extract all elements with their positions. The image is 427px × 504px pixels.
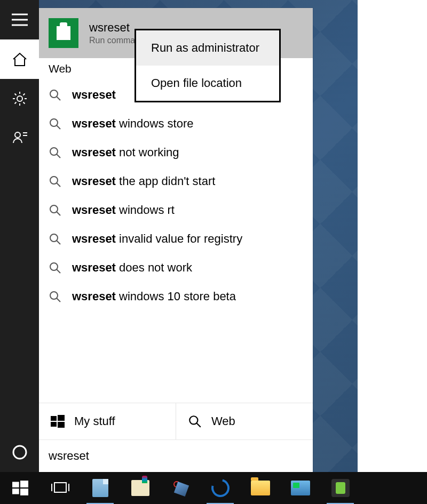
suggestion-bold: wsreset	[72, 261, 116, 274]
svg-point-6	[50, 90, 58, 98]
snipping-tool-icon	[172, 480, 188, 496]
search-icon	[188, 414, 202, 428]
taskbar-control-panel[interactable]	[280, 472, 320, 504]
page-whitespace	[358, 0, 427, 504]
suggestion-item[interactable]: wsreset does not work	[39, 253, 313, 282]
taskbar-evernote[interactable]	[320, 472, 360, 504]
svg-point-5	[13, 446, 26, 459]
folder-icon	[251, 481, 270, 495]
edge-icon	[208, 476, 232, 500]
cortana-nav-rail	[0, 0, 39, 472]
suggestion-rest: windows 10 store beta	[116, 290, 236, 303]
svg-point-12	[50, 177, 58, 184]
svg-point-26	[189, 416, 197, 424]
search-input-row[interactable]	[39, 439, 313, 472]
suggestion-bold: wsreset	[72, 117, 116, 130]
suggestion-item[interactable]: wsreset not working	[39, 138, 313, 167]
search-icon	[49, 261, 61, 274]
svg-rect-23	[58, 415, 65, 421]
filter-my-stuff[interactable]: My stuff	[39, 403, 176, 439]
search-input[interactable]	[49, 449, 303, 463]
cortana-button[interactable]	[0, 433, 39, 472]
svg-line-13	[57, 183, 60, 187]
svg-rect-32	[54, 483, 66, 492]
feedback-icon	[12, 130, 28, 146]
context-open-file-location[interactable]: Open file location	[136, 66, 279, 101]
windows-icon	[12, 480, 28, 496]
svg-point-3	[17, 96, 22, 101]
svg-point-14	[50, 205, 58, 213]
svg-rect-29	[20, 481, 28, 487]
start-button[interactable]	[0, 472, 40, 504]
feedback-button[interactable]	[0, 118, 39, 158]
suggestion-rest: the app didn't start	[116, 174, 215, 188]
svg-rect-31	[20, 489, 28, 495]
svg-point-16	[50, 234, 58, 242]
evernote-icon	[331, 479, 350, 497]
filter-my-stuff-label: My stuff	[74, 414, 115, 428]
task-view-button[interactable]	[40, 472, 80, 504]
svg-line-15	[57, 212, 60, 215]
svg-line-17	[57, 241, 60, 244]
svg-rect-25	[58, 422, 65, 428]
taskbar-edge[interactable]	[200, 472, 240, 504]
svg-line-27	[196, 423, 201, 427]
suggestion-item[interactable]: wsreset invalid value for registry	[39, 225, 313, 253]
taskbar-notepad[interactable]	[80, 472, 120, 504]
taskbar-paint[interactable]	[120, 472, 160, 504]
svg-point-10	[50, 148, 58, 155]
context-menu: Run as administrator Open file location	[135, 29, 281, 102]
search-icon	[49, 175, 61, 188]
svg-line-21	[57, 298, 60, 302]
web-suggestions: wsreset wsreset windows store wsreset no…	[39, 76, 313, 311]
search-icon	[49, 204, 61, 217]
svg-point-8	[50, 119, 58, 126]
suggestion-item[interactable]: wsreset the app didn't start	[39, 167, 313, 196]
svg-rect-30	[12, 489, 19, 494]
suggestion-bold: wsreset	[72, 146, 116, 159]
svg-point-20	[50, 292, 58, 299]
svg-line-19	[57, 269, 60, 273]
settings-button[interactable]	[0, 79, 39, 118]
search-icon	[49, 290, 61, 303]
paint-icon	[131, 480, 149, 496]
taskbar-snipping-tool[interactable]	[160, 472, 200, 504]
taskbar-file-explorer[interactable]	[240, 472, 280, 504]
filter-web-label: Web	[211, 414, 235, 428]
suggestion-bold: wsreset	[72, 88, 116, 101]
suggestion-bold: wsreset	[72, 290, 116, 303]
hamburger-button[interactable]	[0, 0, 39, 39]
suggestion-rest: windows rt	[116, 203, 175, 217]
cortana-icon	[12, 444, 28, 460]
task-view-icon	[51, 481, 70, 495]
filter-web[interactable]: Web	[176, 403, 313, 439]
hamburger-icon	[12, 13, 28, 26]
suggestion-item[interactable]: wsreset windows store	[39, 109, 313, 138]
suggestion-rest: invalid value for registry	[116, 232, 242, 245]
notepad-icon	[92, 479, 108, 497]
svg-rect-24	[51, 422, 57, 427]
taskbar	[0, 472, 427, 504]
home-button[interactable]	[0, 39, 39, 79]
search-icon	[49, 233, 61, 245]
search-icon	[49, 89, 61, 101]
suggestion-item[interactable]: wsreset windows 10 store beta	[39, 282, 313, 311]
suggestion-bold: wsreset	[72, 203, 116, 217]
store-app-icon	[49, 18, 78, 48]
suggestion-rest: windows store	[116, 117, 194, 130]
search-icon	[49, 146, 61, 159]
context-run-as-admin[interactable]: Run as administrator	[136, 30, 279, 66]
svg-rect-22	[51, 416, 57, 421]
svg-point-18	[50, 263, 58, 270]
suggestion-item[interactable]: wsreset windows rt	[39, 196, 313, 225]
svg-rect-28	[12, 482, 19, 487]
svg-line-11	[57, 154, 60, 158]
svg-point-4	[15, 132, 20, 138]
svg-line-9	[57, 125, 60, 129]
suggestion-bold: wsreset	[72, 174, 116, 188]
search-icon	[49, 117, 61, 130]
suggestion-bold: wsreset	[72, 232, 116, 245]
home-icon	[12, 52, 28, 67]
windows-icon	[51, 414, 65, 428]
suggestion-rest: not working	[116, 146, 179, 159]
